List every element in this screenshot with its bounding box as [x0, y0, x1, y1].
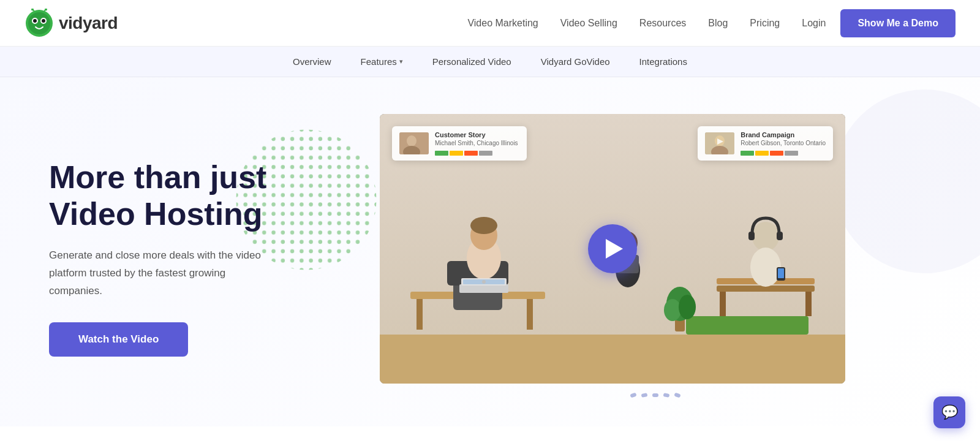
subnav-govideo[interactable]: Vidyard GoVideo	[541, 56, 610, 67]
play-icon	[606, 239, 623, 259]
card-bars-left	[435, 150, 519, 156]
scroll-dot-3	[652, 393, 658, 397]
svg-rect-13	[417, 299, 423, 330]
svg-point-42	[407, 135, 417, 146]
hero-right-video: Customer Story Michael Smith, Chicago Il…	[380, 114, 931, 402]
card-bars-right	[741, 150, 826, 156]
nav-links-list: Video Marketing Video Selling Resources …	[467, 18, 780, 29]
bar-yellow-2	[755, 151, 769, 156]
subnav-features-link[interactable]: Features	[361, 56, 397, 67]
chat-icon: 💬	[941, 404, 958, 420]
logo[interactable]: vidyard	[24, 9, 118, 38]
bar-gray	[479, 151, 492, 156]
nav-pricing[interactable]: Pricing	[750, 18, 780, 28]
nav-resources[interactable]: Resources	[639, 18, 686, 28]
hero-left-content: More than just Video Hosting Generate an…	[49, 159, 343, 357]
bar-green	[435, 151, 448, 156]
scene-plant-svg	[662, 273, 698, 335]
bar-gray-2	[785, 151, 798, 156]
scene-bench-svg	[704, 187, 827, 335]
svg-rect-30	[777, 232, 783, 240]
video-player[interactable]: Customer Story Michael Smith, Chicago Il…	[380, 114, 845, 384]
bar-orange	[464, 151, 478, 156]
svg-rect-29	[748, 232, 755, 240]
svg-point-39	[664, 299, 681, 321]
svg-rect-14	[527, 299, 533, 330]
svg-point-1	[28, 12, 50, 34]
svg-point-19	[470, 217, 497, 234]
card-info-left: Customer Story Michael Smith, Chicago Il…	[435, 131, 519, 156]
svg-point-5	[42, 19, 45, 23]
svg-rect-27	[805, 292, 812, 316]
main-navbar: vidyard Video Marketing Video Selling Re…	[0, 0, 980, 47]
bar-orange-2	[770, 151, 783, 156]
svg-point-28	[752, 222, 779, 251]
card-subtitle-right: Robert Gibson, Toronto Ontario	[741, 140, 826, 146]
subnav-overview[interactable]: Overview	[293, 56, 331, 67]
svg-rect-20	[459, 284, 508, 293]
hero-title: More than just Video Hosting	[49, 159, 343, 233]
scroll-dot-1	[630, 392, 636, 398]
scene-desk-svg	[398, 200, 557, 335]
nav-video-selling[interactable]: Video Selling	[560, 18, 617, 28]
svg-rect-26	[720, 292, 726, 316]
card-title-left: Customer Story	[435, 131, 519, 138]
subnav: Overview Features ▾ Personalized Video V…	[0, 47, 980, 77]
svg-rect-33	[778, 268, 784, 278]
hero-section: More than just Video Hosting Generate an…	[0, 77, 980, 426]
video-card-brand-campaign: Brand Campaign Robert Gibson, Toronto On…	[698, 126, 833, 161]
chat-bubble-button[interactable]: 💬	[933, 396, 965, 426]
nav-video-marketing[interactable]: Video Marketing	[467, 18, 538, 28]
video-card-customer-story: Customer Story Michael Smith, Chicago Il…	[392, 126, 527, 161]
svg-point-31	[750, 248, 781, 287]
scroll-dot-2	[641, 393, 648, 398]
vidyard-logo-icon	[24, 9, 54, 38]
subnav-integrations[interactable]: Integrations	[639, 56, 687, 67]
svg-point-4	[33, 19, 37, 23]
card-subtitle-left: Michael Smith, Chicago Illinois	[435, 140, 519, 146]
scroll-indicators	[380, 384, 931, 402]
hero-description: Generate and close more deals with the v…	[49, 247, 270, 300]
play-button[interactable]	[588, 224, 637, 273]
card-info-right: Brand Campaign Robert Gibson, Toronto On…	[741, 131, 826, 156]
card-thumb-left	[399, 132, 429, 154]
watch-video-button[interactable]: Watch the Video	[49, 322, 188, 357]
brand-name: vidyard	[59, 13, 118, 33]
scroll-dot-4	[663, 393, 670, 398]
login-link[interactable]: Login	[802, 18, 826, 29]
svg-point-40	[679, 295, 696, 319]
svg-point-23	[482, 280, 486, 284]
scene-floor	[380, 335, 845, 384]
scroll-dot-5	[674, 392, 680, 398]
subnav-personalized-video[interactable]: Personalized Video	[432, 56, 511, 67]
subnav-features[interactable]: Features ▾	[361, 56, 403, 67]
chevron-down-icon: ▾	[399, 58, 403, 66]
bar-green-2	[741, 151, 754, 156]
card-thumb-right	[705, 132, 734, 154]
nav-blog[interactable]: Blog	[708, 18, 728, 28]
card-title-right: Brand Campaign	[741, 131, 826, 138]
bar-yellow	[450, 151, 463, 156]
demo-button[interactable]: Show Me a Demo	[840, 9, 956, 37]
